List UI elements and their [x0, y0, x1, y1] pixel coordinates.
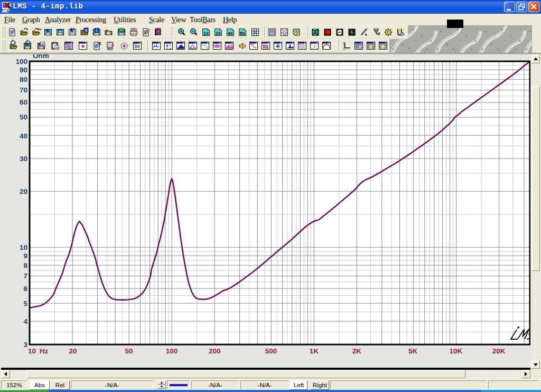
svg-text:500: 500 [265, 347, 277, 355]
svg-text:20K: 20K [492, 347, 506, 355]
svg-text:1K: 1K [310, 347, 319, 355]
svg-text:?: ? [157, 30, 160, 34]
svg-text:4x: 4x [228, 31, 233, 36]
svg-text:10: 10 [20, 244, 27, 251]
svg-text:100: 100 [15, 58, 27, 66]
svg-text:2x: 2x [216, 31, 221, 36]
svg-text:90: 90 [20, 66, 27, 74]
svg-text:?: ? [313, 44, 316, 49]
svg-text:Ohm: Ohm [33, 54, 49, 60]
svg-text:9: 9 [23, 252, 27, 260]
svg-text:1x: 1x [203, 31, 209, 36]
svg-text:4: 4 [23, 318, 27, 325]
svg-text:80: 80 [20, 76, 27, 83]
svg-text:40: 40 [20, 132, 27, 140]
svg-text:8x: 8x [240, 31, 245, 36]
svg-text:50: 50 [125, 347, 133, 355]
svg-text:5K: 5K [408, 347, 418, 355]
svg-text:MDF: MDF [107, 48, 114, 51]
svg-text:8: 8 [23, 262, 27, 269]
svg-text:20: 20 [69, 347, 77, 355]
svg-text:Hz: Hz [40, 347, 49, 355]
svg-text:A: A [85, 29, 88, 32]
svg-text:50: 50 [20, 113, 27, 121]
svg-text:6: 6 [23, 285, 27, 293]
svg-text:100: 100 [166, 347, 178, 355]
svg-text:7: 7 [23, 272, 27, 280]
svg-text:70: 70 [20, 86, 27, 94]
svg-text:10K: 10K [449, 347, 462, 355]
svg-text:5: 5 [23, 300, 27, 307]
svg-text:30: 30 [20, 155, 27, 163]
svg-text:3: 3 [23, 341, 27, 349]
svg-text:60: 60 [20, 98, 27, 106]
svg-text:8: 8 [96, 29, 98, 32]
svg-text:200: 200 [209, 347, 221, 355]
svg-text:10: 10 [28, 347, 36, 355]
svg-text:20: 20 [20, 188, 27, 195]
svg-text:2K: 2K [352, 347, 362, 355]
